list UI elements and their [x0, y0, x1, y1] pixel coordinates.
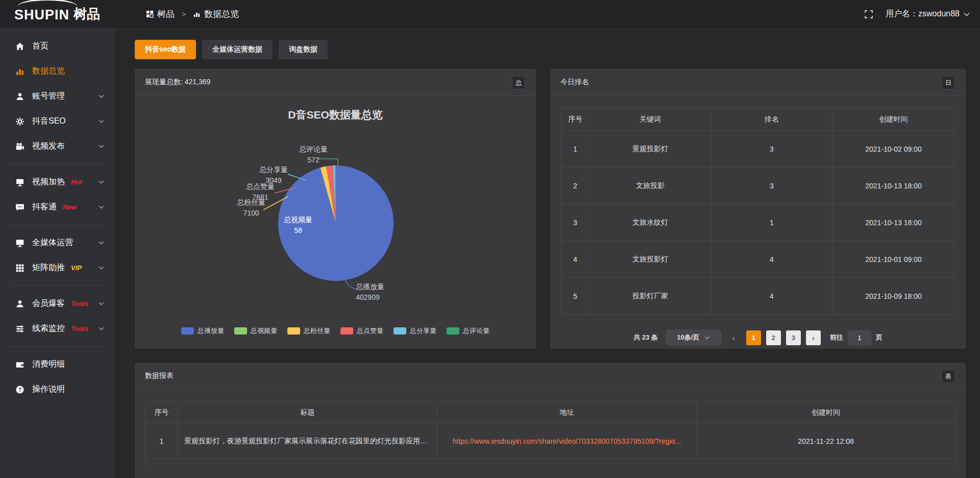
data-tabs: 抖音seo数据 全媒体运营数据 询盘数据	[135, 40, 966, 59]
ranking-panel-title: 今日排名	[550, 69, 966, 95]
pie-chart: D音SEO数据量总览 总评论量572 总分享量3049 总点赞量7681	[135, 95, 536, 349]
svg-text:?: ?	[18, 386, 22, 392]
report-panel-title: 数据报表	[135, 363, 966, 389]
chevron-down-icon	[99, 119, 104, 123]
chevron-down-icon	[99, 241, 104, 245]
cell-no: 1	[145, 423, 178, 459]
gear-icon	[15, 117, 24, 126]
table-row	[145, 459, 955, 467]
legend-item[interactable]: 总视频量	[234, 326, 277, 336]
sidebar-item-douketong[interactable]: 抖客通 New	[0, 195, 114, 220]
main-content: 抖音seo数据 全媒体运营数据 询盘数据 展现量总数: 421,369 总 D音…	[115, 29, 980, 478]
legend-swatch	[181, 327, 194, 334]
sidebar-divider	[8, 346, 106, 347]
chevron-down-icon	[99, 205, 104, 209]
fullscreen-icon[interactable]	[864, 10, 873, 19]
col-created: 创建时间	[832, 108, 955, 131]
video-link[interactable]: https://www.iesdouyin.com/share/video/70…	[453, 437, 681, 445]
next-page-button[interactable]: ›	[806, 330, 821, 345]
bar-chart-icon	[193, 10, 201, 18]
breadcrumb-current[interactable]: 数据总览	[204, 8, 239, 20]
sidebar-item-matrix-boost[interactable]: 矩阵助推 VIP	[0, 255, 114, 280]
legend-swatch	[287, 327, 300, 334]
total-badge-button[interactable]: 总	[512, 76, 525, 89]
vip-badge: VIP	[71, 264, 82, 272]
sidebar-divider	[8, 285, 106, 286]
chart-title: D音SEO数据量总览	[135, 95, 536, 122]
question-circle-icon: ?	[15, 385, 24, 394]
col-no: 序号	[145, 402, 178, 423]
legend-item[interactable]: 总评论量	[447, 326, 489, 336]
legend-swatch	[340, 327, 353, 334]
page-button-3[interactable]: 3	[786, 330, 801, 345]
sidebar-item-data-overview[interactable]: 数据总览	[0, 59, 114, 84]
legend-item[interactable]: 总分享量	[394, 326, 436, 336]
legend-label: 总播放量	[198, 326, 224, 336]
overview-panel-title: 展现量总数: 421,369	[135, 69, 536, 95]
goto-page-input[interactable]	[848, 330, 871, 345]
user-dropdown[interactable]: 用户名：zswodun88	[886, 9, 970, 19]
pie-label-plays: 总播放量402909	[356, 281, 412, 303]
tab-inquiry-data[interactable]: 询盘数据	[279, 40, 328, 59]
table-badge-button[interactable]: 表	[942, 370, 955, 383]
chart-legend: 总播放量总视频量总粉丝量总点赞量总分享量总评论量	[135, 326, 536, 336]
report-panel: 数据报表 表 序号 标题 地址 创建时间 1 景观投影灯，夜游景观投影灯厂家展示…	[135, 363, 966, 478]
report-table: 序号 标题 地址 创建时间 1 景观投影灯，夜游景观投影灯厂家展示展示落花灯在花…	[145, 401, 955, 467]
day-badge-button[interactable]: 日	[942, 76, 955, 89]
legend-swatch	[234, 327, 247, 334]
sidebar-item-media-operation[interactable]: 全媒体运营	[0, 230, 114, 255]
breadcrumb-root[interactable]: 树品	[157, 8, 175, 20]
page-button-2[interactable]: 2	[766, 330, 781, 345]
table-row: 1 景观投影灯，夜游景观投影灯厂家展示展示落花灯在花园里的灯光投影应用效果 # …	[145, 423, 955, 459]
legend-item[interactable]: 总点赞量	[340, 326, 383, 336]
breadcrumb-separator: >	[182, 10, 186, 18]
topbar: SHUPIN 树品 树品 > 数据总览 用户名：zswodun88	[0, 0, 980, 29]
legend-item[interactable]: 总播放量	[181, 326, 224, 336]
sidebar-item-home[interactable]: 首页	[0, 34, 114, 59]
sidebar-item-douyin-seo[interactable]: 抖音SEO	[0, 109, 114, 134]
topbar-right: 用户名：zswodun88	[864, 9, 970, 19]
chevron-down-icon	[99, 145, 104, 148]
overview-panel: 展现量总数: 421,369 总 D音SEO数据量总览 总评论量572 总分享量…	[135, 69, 536, 349]
cell-created: 2021-11-22 12:08	[697, 423, 955, 459]
sidebar-item-account[interactable]: 账号管理	[0, 84, 114, 109]
table-header-row: 序号 关键词 排名 创建时间	[561, 108, 955, 131]
sidebar-item-member-baoke[interactable]: 会员爆客 Tools	[0, 291, 114, 316]
breadcrumb: 树品 > 数据总览	[146, 8, 239, 20]
sidebar-item-leads-monitor[interactable]: 线索监控 Tools	[0, 316, 114, 341]
pie-label-comments: 总评论量572	[292, 144, 335, 165]
grid-icon	[146, 10, 154, 18]
sidebar-item-video-publish[interactable]: 视频发布	[0, 134, 114, 159]
pie-label-fans: 总粉丝量7100	[230, 197, 273, 219]
chevron-down-icon	[99, 180, 104, 184]
tools-badge: Tools	[71, 325, 88, 332]
legend-label: 总分享量	[410, 326, 436, 336]
user-icon	[15, 92, 24, 101]
legend-label: 总评论量	[463, 326, 489, 336]
sidebar-item-help[interactable]: ? 操作说明	[0, 377, 114, 402]
ranking-table: 序号 关键词 排名 创建时间 1景观投影灯 32021-10-02 09:00 …	[561, 108, 955, 315]
col-title: 标题	[178, 402, 437, 423]
legend-swatch	[394, 327, 406, 334]
chevron-down-icon	[964, 12, 970, 16]
tab-douyin-seo-data[interactable]: 抖音seo数据	[135, 40, 196, 59]
col-rank: 排名	[712, 108, 832, 131]
sidebar-item-video-heat[interactable]: 视频加热 Hot	[0, 170, 114, 195]
new-badge: New	[63, 203, 77, 211]
prev-page-button[interactable]: ‹	[726, 330, 741, 345]
legend-item[interactable]: 总粉丝量	[287, 326, 330, 336]
grid-matrix-icon	[15, 264, 24, 273]
home-icon	[15, 42, 24, 51]
logo-cn: 树品	[74, 5, 100, 23]
hot-badge: Hot	[71, 178, 82, 186]
table-row: 3文旅水纹灯 12021-10-13 18:00	[561, 204, 955, 241]
wallet-icon	[15, 360, 24, 369]
sidebar-item-spending-details[interactable]: 消费明细	[0, 352, 114, 377]
legend-label: 总点赞量	[357, 326, 383, 336]
bar-chart-icon	[15, 67, 24, 76]
video-camera-icon	[15, 142, 24, 151]
cell-title: 景观投影灯，夜游景观投影灯厂家展示展示落花灯在花园里的灯光投影应用效果 #	[178, 423, 437, 459]
tab-media-operation-data[interactable]: 全媒体运营数据	[202, 40, 273, 59]
page-button-1[interactable]: 1	[746, 330, 761, 345]
page-size-select[interactable]: 10条/页	[666, 330, 721, 345]
